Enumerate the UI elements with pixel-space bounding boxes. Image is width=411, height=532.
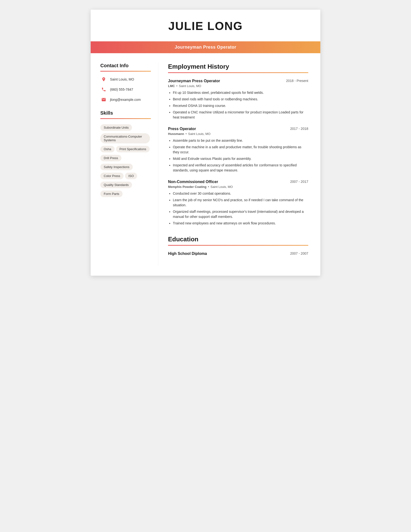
skill-tag: Communications-Computer Systems <box>100 133 150 143</box>
employment-section: Employment History Journeyman Press Oper… <box>168 63 308 226</box>
candidate-title: Journeyman Press Operator <box>175 45 236 50</box>
employment-divider <box>168 72 308 73</box>
job-company: Hussmann•Saint Louis, MO <box>168 132 308 136</box>
resume-container: JULIE LONG Journeyman Press Operator Con… <box>91 10 320 276</box>
skill-tag: Subordinate Units <box>100 124 132 131</box>
header: JULIE LONG <box>91 10 320 38</box>
job-title: Non-Commissioned Officer <box>168 180 218 184</box>
job-bullet: Organized staff meetings, processed supe… <box>173 209 308 219</box>
skill-tag: Drill Press <box>100 155 121 161</box>
job-bullet: Inspected and verified accuracy of assem… <box>173 163 308 173</box>
job-header: Non-Commissioned Officer2007 - 2017 <box>168 180 308 184</box>
job-bullet: Conducted over 30 combat operations. <box>173 191 308 196</box>
job-bullet: Received OSHA 10 training course. <box>173 103 308 108</box>
contact-location: Saint Louis, MO <box>100 76 151 83</box>
job-title: Press Operator <box>168 127 196 131</box>
skill-tag: Form Parts <box>100 190 122 197</box>
sidebar: Contact Info Saint Louis, MO <box>91 63 158 266</box>
candidate-name: JULIE LONG <box>95 19 316 33</box>
job-bullet: Operated a CNC machine Utilized a microm… <box>173 110 308 120</box>
edu-container: High School Diploma2007 - 2007 <box>168 251 308 256</box>
job-header: Press Operator2017 - 2018 <box>168 127 308 131</box>
job-company: LMC•Saint Louis, MO <box>168 84 308 88</box>
skills-section: Skills Subordinate UnitsCommunications-C… <box>100 110 151 198</box>
skills-divider <box>100 118 151 119</box>
skill-tag: ISO <box>125 173 137 179</box>
job-title: Journeyman Press Operator <box>168 79 220 83</box>
edu-dates: 2007 - 2007 <box>290 251 308 255</box>
job-bullet: Assemble parts to be put on the assembly… <box>173 138 308 143</box>
main-content: Employment History Journeyman Press Oper… <box>158 63 320 266</box>
skill-tag: Print Specifications <box>116 146 150 152</box>
job-bullet: Fit up 10 Stainless steel, prefabricated… <box>173 90 308 95</box>
job-entry: Journeyman Press Operator2018 - PresentL… <box>168 79 308 120</box>
job-bullet: Trained new employees and new attorneys … <box>173 221 308 226</box>
phone-text: (660) 555-7847 <box>110 87 133 91</box>
education-divider <box>168 245 308 246</box>
contact-divider <box>100 71 151 72</box>
employment-title: Employment History <box>168 63 308 70</box>
email-icon <box>100 96 107 103</box>
job-bullets: Fit up 10 Stainless steel, prefabricated… <box>168 90 308 120</box>
job-header: Journeyman Press Operator2018 - Present <box>168 79 308 83</box>
skill-tag: Color Press <box>100 173 123 179</box>
email-text: jlong@example.com <box>110 98 141 102</box>
skill-tag: Quality Standards <box>100 182 132 188</box>
education-title: Education <box>168 236 308 243</box>
skill-tag: Osha <box>100 146 115 152</box>
job-bullet: Learn the job of my senior NCO's and pra… <box>173 198 308 208</box>
skill-tag: Safety Inspections <box>100 164 133 170</box>
skills-section-title: Skills <box>100 110 151 116</box>
header-banner: Journeyman Press Operator <box>91 41 320 53</box>
phone-icon <box>100 86 107 93</box>
job-bullets: Assemble parts to be put on the assembly… <box>168 138 308 173</box>
job-dates: 2018 - Present <box>286 79 308 83</box>
edu-entry: High School Diploma2007 - 2007 <box>168 251 308 256</box>
edu-degree: High School Diploma <box>168 251 207 256</box>
job-dates: 2017 - 2018 <box>290 127 308 131</box>
location-text: Saint Louis, MO <box>110 77 134 81</box>
contact-section: Contact Info Saint Louis, MO <box>100 63 151 103</box>
job-bullet: Bend steel rods with hand tools or rodbe… <box>173 97 308 102</box>
skills-container: Subordinate UnitsCommunications-Computer… <box>100 123 151 198</box>
job-bullet: Operate the machine in a safe and produc… <box>173 145 308 155</box>
location-icon <box>100 76 107 83</box>
contact-email: jlong@example.com <box>100 96 151 103</box>
jobs-container: Journeyman Press Operator2018 - PresentL… <box>168 79 308 226</box>
job-company: Memphis Powder Coating•Saint Louis, MO <box>168 185 308 189</box>
job-bullets: Conducted over 30 combat operations.Lear… <box>168 191 308 226</box>
job-dates: 2007 - 2017 <box>290 180 308 183</box>
job-bullet: Mold and Extrude various Plastic parts f… <box>173 156 308 161</box>
body-layout: Contact Info Saint Louis, MO <box>91 53 320 275</box>
education-section: Education High School Diploma2007 - 2007 <box>168 236 308 256</box>
job-entry: Non-Commissioned Officer2007 - 2017Memph… <box>168 180 308 226</box>
contact-phone: (660) 555-7847 <box>100 86 151 93</box>
job-entry: Press Operator2017 - 2018Hussmann•Saint … <box>168 127 308 173</box>
contact-section-title: Contact Info <box>100 63 151 68</box>
